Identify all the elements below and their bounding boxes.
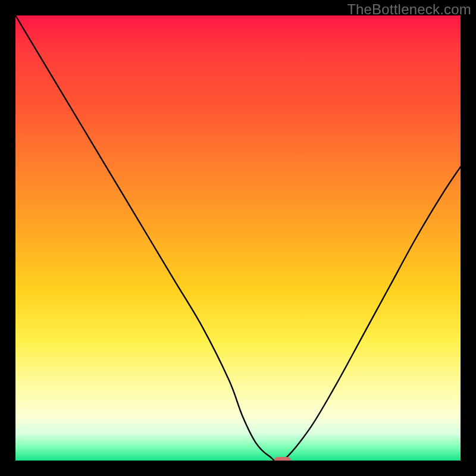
plot-area <box>15 15 461 461</box>
chart-frame: TheBottleneck.com <box>0 0 476 476</box>
bottleneck-curve-path <box>15 15 461 461</box>
bottleneck-curve <box>15 15 461 461</box>
watermark-text: TheBottleneck.com <box>347 1 471 18</box>
optimal-point-marker <box>274 457 291 461</box>
